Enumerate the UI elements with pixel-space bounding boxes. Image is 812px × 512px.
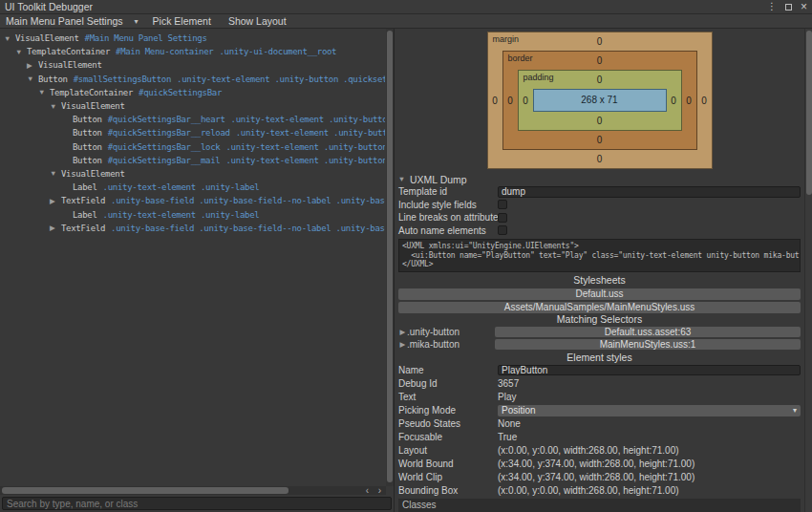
field-label: Name [398,365,424,375]
matching-selectors-header: Matching Selectors [395,313,804,326]
pick-element-button[interactable]: Pick Element [144,14,220,28]
foldout-icon[interactable]: ▼ [15,48,27,56]
selector-name: .mika-button [407,339,495,350]
template-id-input[interactable] [498,186,801,198]
scrollbar-thumb[interactable] [2,487,288,494]
tree-row[interactable]: ▶TextField.unity-base-field .unity-base-… [0,194,385,207]
stylesheet-item[interactable]: Assets/ManualSamples/MainMenuStyles.uss [398,302,801,313]
element-type: VisualElement [61,169,125,179]
show-layout-button[interactable]: Show Layout [220,14,295,28]
uxml-dump-foldout[interactable]: ▼ UXML Dump [395,173,804,185]
tree-row[interactable]: ▼TemplateContainer#Main Menu-container.u… [0,45,385,58]
tree-row[interactable]: ▼VisualElement [0,167,385,181]
element-tree: ▼VisualElement#Main Menu Panel Settings … [0,30,385,486]
field-value: None [498,418,521,429]
tree-row[interactable]: ▶TextField.unity-base-field .unity-base-… [0,222,385,235]
margin-label: margin [493,34,520,44]
field-value: Play [498,392,516,402]
field-row-world-bound: World Bound (x:34.00, y:374.00, width:26… [395,458,804,471]
tree-horizontal-scrollbar[interactable]: ‹ › [0,486,386,495]
tree-row[interactable]: Button#quickSettingsBar__mail.unity-text… [0,154,385,167]
line-breaks-checkbox[interactable] [498,213,507,223]
tree-row[interactable]: ▼VisualElement [0,99,385,113]
search-bar [0,495,394,512]
foldout-icon[interactable]: ▼ [38,88,50,96]
box-model-content-size: 268 x 71 [533,89,667,112]
close-icon[interactable]: × [801,2,807,11]
margin-right-value: 0 [697,96,712,106]
classes-section-partial[interactable]: Classes [398,499,801,512]
template-id-row: Template id [395,185,804,199]
selector-source-button[interactable]: Default.uss.asset:63 [495,327,801,337]
field-row-pseudo-states: Pseudo States None [395,417,804,431]
element-type: TextField [61,196,105,205]
border-label: border [508,53,533,63]
auto-name-label: Auto name elements [398,225,486,236]
foldout-icon[interactable]: ▶ [50,197,61,205]
foldout-icon[interactable]: ▶ [27,61,38,70]
selector-name: .unity-button [407,327,495,337]
element-type: Button [73,128,102,138]
element-type: TemplateContainer [50,88,133,97]
margin-bottom-value: 0 [488,150,712,168]
search-input[interactable] [2,497,392,510]
picking-mode-dropdown[interactable]: Position ▾ [498,405,801,416]
inspector-vertical-scrollbar[interactable] [804,29,812,512]
stylesheet-item[interactable]: Default.uss [398,288,801,300]
field-row-world-clip: World Clip (x:34.00, y:374.00, width:268… [395,471,804,484]
tree-row[interactable]: Button#quickSettingsBar__lock.unity-text… [0,140,385,154]
foldout-icon[interactable]: ▶ [50,224,61,232]
box-model-margin: margin 0 0 border 0 0 padding 0 [487,32,713,169]
tree-row[interactable]: ▼Button#smallSettingsButton.unity-text-e… [0,73,385,86]
border-left-value: 0 [503,96,518,106]
scrollbar-thumb[interactable] [806,31,812,195]
field-row-debug-id: Debug Id 3657 [395,377,804,391]
selector-source-button[interactable]: MainMenuStyles.uss:1 [495,339,801,350]
element-classes: .unity-text-element .unity-button . [225,142,385,152]
element-classes: .unity-ui-document__root [219,47,336,56]
scrollbar-thumb[interactable] [387,31,393,482]
element-type: Button [38,75,68,84]
field-label: Text [398,392,416,402]
field-row-text: Text Play [395,391,804,404]
tree-row[interactable]: ▼TemplateContainer#quickSettingsBar [0,86,385,99]
window-menu-icon[interactable]: ⋮ [767,2,777,11]
foldout-icon[interactable]: ▼ [27,75,38,83]
tree-row[interactable]: Button#quickSettingsBar__heart.unity-tex… [0,113,385,126]
border-right-value: 0 [682,96,696,106]
element-classes: .unity-text-element .unity-button .quick… [177,75,385,84]
foldout-icon[interactable]: ▼ [50,102,61,111]
maximize-icon[interactable] [785,4,792,11]
tree-row[interactable]: ▼VisualElement#Main Menu Panel Settings [0,32,385,45]
tree-row[interactable]: Label.unity-text-element .unity-label [0,207,385,221]
chevron-right-icon[interactable]: ▶ [398,340,407,349]
scroll-right-icon[interactable]: › [374,486,386,495]
element-type: Button [73,115,102,124]
auto-name-checkbox[interactable] [498,225,507,235]
include-style-fields-label: Include style fields [398,200,477,210]
field-label: World Bound [398,459,454,469]
foldout-icon[interactable]: ▼ [50,169,61,178]
include-style-fields-checkbox[interactable] [498,200,507,209]
element-type: Label [73,210,97,220]
field-value: (x:0.00, y:0.00, width:268.00, height:71… [498,445,679,456]
dropdown-value: Position [502,405,536,416]
foldout-icon[interactable]: ▼ [4,34,15,43]
panel-selector-label: Main Menu Panel Settings [6,15,123,27]
scroll-left-icon[interactable]: ‹ [361,486,374,495]
padding-right-value: 0 [667,96,681,106]
tree-vertical-scrollbar[interactable] [386,29,394,486]
chevron-right-icon[interactable]: ▶ [398,328,407,336]
tree-row[interactable]: ▶VisualElement [0,58,385,72]
field-row-bounding-box: Bounding Box (x:0.00, y:0.00, width:268.… [395,484,804,498]
code-line: <ui:Button name="PlayButton" text="Play"… [402,251,797,261]
element-type: Label [73,182,97,192]
element-classes: .unity-text-element .unity-label [103,210,260,220]
field-row-name: Name [395,364,804,377]
tree-row[interactable]: Button#quickSettingsBar__reload.unity-te… [0,126,385,139]
element-styles-header: Element styles [395,352,804,364]
name-input[interactable] [498,365,801,376]
tree-row[interactable]: Label.unity-text-element .unity-label [0,181,385,194]
panel-selector-dropdown[interactable]: Main Menu Panel Settings ▾ [0,14,144,28]
chevron-down-icon: ▾ [135,17,139,26]
